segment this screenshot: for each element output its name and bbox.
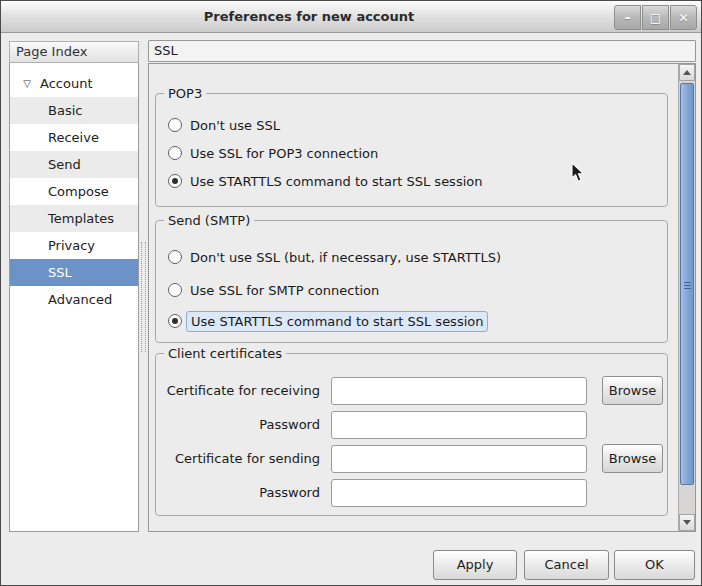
sidebar-item-templates[interactable]: Templates [10,205,138,232]
sidebar-item-label: Send [48,157,81,172]
maximize-button[interactable]: □ [642,5,669,30]
smtp-group-legend: Send (SMTP) [164,212,254,229]
password-receiving-label: Password [160,411,320,439]
radio-label: Don't use SSL [190,118,280,133]
sidebar-item-basic[interactable]: Basic [10,97,138,124]
grip-icon [684,282,691,291]
certificate-receiving-label: Certificate for receiving [160,377,320,405]
password-sending-label: Password [160,479,320,507]
sidebar-item-privacy[interactable]: Privacy [10,232,138,259]
scroll-up-button[interactable] [679,64,695,81]
arrow-down-icon [683,520,691,525]
sidebar-item-label: Basic [48,103,82,118]
certificate-receiving-input[interactable] [331,377,587,405]
radio-pop3-dont-use-ssl[interactable]: Don't use SSL [168,114,280,136]
radio-selected-icon [168,314,182,328]
radio-unselected-icon [168,146,182,160]
sidebar-item-label: Templates [48,211,114,226]
preferences-dialog: Preferences for new account – □ ✕ Page I… [0,0,702,586]
settings-scroll-area: POP3 Don't use SSL Use SSL for POP3 conn… [148,63,696,532]
page-index-tree: ▽ Account Basic Receive Send Compose Tem… [9,63,139,532]
pop3-group: POP3 Don't use SSL Use SSL for POP3 conn… [155,93,668,207]
cancel-button[interactable]: Cancel [524,550,609,580]
minimize-button[interactable]: – [614,5,641,30]
maximize-icon: □ [650,11,661,25]
radio-pop3-starttls[interactable]: Use STARTTLS command to start SSL sessio… [168,170,482,192]
sidebar-item-account[interactable]: ▽ Account [10,70,138,97]
arrow-up-icon [683,70,691,75]
close-button[interactable]: ✕ [670,5,697,30]
sidebar-item-label: Compose [48,184,109,199]
radio-smtp-dont-use-ssl[interactable]: Don't use SSL (but, if necessary, use ST… [168,246,501,268]
password-receiving-input[interactable] [331,411,587,439]
smtp-group: Send (SMTP) Don't use SSL (but, if neces… [155,220,668,343]
radio-label-focused: Use STARTTLS command to start SSL sessio… [186,311,488,332]
radio-label: Use STARTTLS command to start SSL sessio… [190,174,482,189]
pane-resize-handle[interactable] [141,242,146,352]
radio-selected-icon [168,174,182,188]
sidebar-item-compose[interactable]: Compose [10,178,138,205]
radio-unselected-icon [168,283,182,297]
tree-top-spacer [10,63,138,70]
page-title: SSL [148,40,696,62]
vertical-scrollbar[interactable] [678,64,695,531]
sidebar-item-label: SSL [48,265,72,280]
sidebar-item-receive[interactable]: Receive [10,124,138,151]
radio-label: Use SSL for POP3 connection [190,146,378,161]
client-certificates-legend: Client certificates [164,345,286,362]
page-index-header[interactable]: Page Index [9,41,139,63]
browse-receiving-button[interactable]: Browse [602,376,663,405]
sidebar-item-ssl[interactable]: SSL [10,259,138,286]
apply-button[interactable]: Apply [433,550,517,580]
sidebar-item-label: Account [40,76,93,91]
browse-sending-button[interactable]: Browse [602,444,663,473]
radio-pop3-use-ssl[interactable]: Use SSL for POP3 connection [168,142,378,164]
titlebar[interactable]: Preferences for new account – □ ✕ [1,1,701,33]
settings-content: POP3 Don't use SSL Use SSL for POP3 conn… [149,64,678,531]
radio-smtp-use-ssl[interactable]: Use SSL for SMTP connection [168,279,379,301]
expander-down-icon[interactable]: ▽ [18,70,36,97]
scrollbar-thumb[interactable] [680,83,694,485]
radio-label: Don't use SSL (but, if necessary, use ST… [190,250,501,265]
radio-smtp-starttls[interactable]: Use STARTTLS command to start SSL sessio… [168,310,488,332]
radio-unselected-icon [168,250,182,264]
sidebar-item-label: Advanced [48,292,112,307]
certificate-sending-input[interactable] [331,445,587,473]
sidebar-item-advanced[interactable]: Advanced [10,286,138,313]
sidebar-item-label: Privacy [48,238,95,253]
pop3-group-legend: POP3 [164,85,206,102]
close-icon: ✕ [678,11,688,25]
window-title: Preferences for new account [1,1,617,33]
radio-unselected-icon [168,118,182,132]
radio-label: Use SSL for SMTP connection [190,283,379,298]
mouse-cursor-icon [571,162,585,183]
sidebar-item-send[interactable]: Send [10,151,138,178]
client-certificates-group: Client certificates Certificate for rece… [155,353,668,516]
password-sending-input[interactable] [331,479,587,507]
sidebar-item-label: Receive [48,130,99,145]
ok-button[interactable]: OK [614,550,695,580]
minimize-icon: – [625,11,631,25]
window-controls: – □ ✕ [613,5,697,30]
certificate-sending-label: Certificate for sending [160,445,320,473]
scroll-down-button[interactable] [679,514,695,531]
